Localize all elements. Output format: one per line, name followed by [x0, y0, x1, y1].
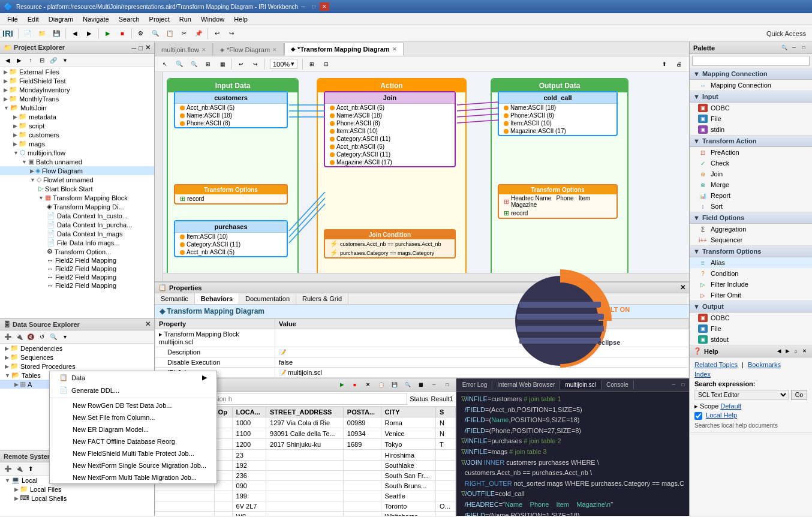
toolbar-btn-8[interactable]: ✂: [178, 27, 191, 40]
palette-item-merge[interactable]: ⊗ Merge: [690, 179, 812, 190]
ctx-fieldshield[interactable]: New FieldShield Multi Table Protect Job.…: [50, 447, 216, 459]
menu-navigate[interactable]: Navigate: [78, 14, 113, 24]
palette-item-check[interactable]: ✓ Check: [690, 158, 812, 169]
tree-expand-flowlet[interactable]: ▼: [30, 177, 35, 183]
project-tree[interactable]: ▶ 📁 External Files ▶ 📁 FieldShield Test …: [0, 67, 154, 318]
tree-start-block[interactable]: ▷ Start Block Start: [0, 184, 154, 193]
join-condition-box[interactable]: Join Condition ⚡customers.Acct_nb == pur…: [324, 229, 456, 258]
tree-expand-flow-diag[interactable]: ▶: [30, 168, 34, 174]
tree-local-files[interactable]: ▶ 📁 Local Files: [0, 485, 154, 494]
ctx-rowgen[interactable]: New RowGen DB Test Data Job...: [50, 399, 216, 411]
project-explorer-maximize[interactable]: □: [139, 44, 143, 52]
palette-minimize-btn[interactable]: ─: [789, 43, 799, 53]
ctx-er-diagram[interactable]: New ER Diagram Model...: [50, 423, 216, 435]
palette-item-file-in[interactable]: ▣ File: [690, 113, 812, 124]
palette-item-stdout[interactable]: ▣ stdout: [690, 334, 812, 345]
save-button[interactable]: 💾: [50, 27, 63, 40]
pe-forward-btn[interactable]: ▶: [14, 55, 25, 66]
ctx-nextform-single[interactable]: New NextForm Single Source Migration Job…: [50, 459, 216, 471]
close-button[interactable]: ✕: [320, 2, 329, 11]
tree-expand-monday[interactable]: ▶: [4, 87, 8, 93]
tree-expand-flow[interactable]: ▼: [13, 150, 19, 156]
tree-monthly[interactable]: ▶ 📁 MonthlyTrans: [0, 94, 154, 103]
tree-customers[interactable]: ▶ 📁 customers: [0, 130, 154, 139]
help-home[interactable]: ⌂: [792, 347, 800, 356]
help-back[interactable]: ◀: [775, 347, 783, 356]
tree-data-context-3[interactable]: 📄 Data Context In_mags: [0, 229, 154, 238]
ds-refresh-btn[interactable]: ↺: [37, 332, 47, 342]
project-explorer-minimize[interactable]: ─: [132, 44, 137, 52]
tree-expand-mags[interactable]: ▶: [13, 141, 17, 147]
palette-mapping-header[interactable]: ▼ Mapping Connection: [690, 68, 812, 80]
toolbar-btn-6[interactable]: 🔍: [149, 27, 162, 40]
diagram-scroll-v[interactable]: [155, 72, 163, 281]
zoom-control[interactable]: 100% ▾: [270, 59, 297, 69]
toolbar-btn-7[interactable]: 📋: [163, 27, 176, 40]
tree-expand-script[interactable]: ▶: [13, 123, 17, 129]
help-local-checkbox[interactable]: [694, 412, 702, 420]
tree-expand-external[interactable]: ▶: [4, 69, 8, 75]
tree-metadata[interactable]: ▶ 📁 metadata: [0, 112, 154, 121]
tree-flowlet[interactable]: ▼ ◇ Flowlet unnamed: [0, 175, 154, 184]
tab-flow-close[interactable]: ✕: [272, 47, 277, 53]
help-go-button[interactable]: Go: [791, 390, 807, 400]
help-local-area[interactable]: Local Help: [694, 411, 807, 420]
back-button[interactable]: ◀: [68, 27, 82, 40]
palette-item-filter-include[interactable]: ▷ Filter Include: [690, 279, 812, 290]
ctx-data[interactable]: 📋 Data ▶: [50, 371, 216, 384]
tree-transform-block[interactable]: ▼ ▦ Transform Mapping Block: [0, 193, 154, 202]
sql-row-9[interactable]: 6V 2L7 Toronto O...: [155, 501, 456, 512]
tree-field-map-4[interactable]: ↔ Field2 Field Mapping: [0, 281, 154, 290]
tree-local-shells[interactable]: ▶ ⌨ Local Shells: [0, 494, 154, 503]
help-related-link[interactable]: Related Topics: [694, 361, 738, 368]
palette-field-header[interactable]: ▼ Field Options: [690, 212, 812, 224]
diag-print[interactable]: 🖨: [672, 58, 685, 71]
tree-sequences[interactable]: ▶ 📁 Sequences: [0, 353, 154, 362]
sql-copy-btn[interactable]: 📋: [377, 380, 386, 390]
help-index-area[interactable]: Index: [694, 371, 807, 378]
palette-item-sort[interactable]: ↕ Sort: [690, 201, 812, 212]
maximize-button[interactable]: □: [309, 2, 318, 11]
diag-undo[interactable]: ↩: [234, 58, 248, 71]
diag-zoom-in[interactable]: 🔍: [173, 58, 186, 71]
tree-multijoin-flow[interactable]: ▼ ⬡ multijoin.flow: [0, 148, 154, 157]
ds-close[interactable]: ✕: [145, 320, 151, 328]
tab-transform-close[interactable]: ✕: [392, 46, 397, 52]
pe-collapse-btn[interactable]: ⊟: [37, 55, 47, 66]
tab-multijoin-flow[interactable]: multijoin.flow ✕: [155, 43, 213, 56]
help-search-type[interactable]: SCL Text Editor: [694, 390, 789, 400]
toolbar-btn-9[interactable]: 📌: [192, 27, 205, 40]
pe-link-btn[interactable]: 🔗: [48, 55, 59, 66]
sql-close-btn[interactable]: ─: [429, 380, 439, 390]
props-tab-rulers[interactable]: Rulers & Grid: [296, 293, 348, 304]
palette-item-alias[interactable]: ≡ Alias: [690, 257, 812, 268]
props-tab-documentation[interactable]: Documentation: [239, 293, 296, 304]
tree-flow-diagram[interactable]: ▶ ◈ Flow Diagram: [0, 166, 154, 175]
remote-btn-1[interactable]: ➕: [2, 464, 13, 474]
help-local-link[interactable]: Local Help: [706, 411, 737, 419]
help-index-link[interactable]: Index: [694, 371, 711, 378]
cold-call-box[interactable]: cold_call Name:ASCII (18) Phone:ASCII (8…: [498, 91, 618, 136]
log-tab-browser[interactable]: Internal Web Browser: [492, 380, 560, 389]
props-tab-semantic[interactable]: Semantic: [155, 293, 195, 304]
menu-edit[interactable]: Edit: [23, 14, 44, 24]
menu-project[interactable]: Project: [145, 14, 175, 24]
palette-transform-header[interactable]: ▼ Transform Action: [690, 136, 812, 147]
ds-connect-btn[interactable]: 🔌: [14, 332, 25, 342]
palette-item-odbc-out[interactable]: ▣ ODBC: [690, 312, 812, 323]
log-tab-console[interactable]: Console: [602, 380, 634, 389]
palette-item-filter-omit[interactable]: ▷ Filter Omit: [690, 290, 812, 300]
props-row-2[interactable]: Description 📝: [155, 347, 689, 357]
menu-diagram[interactable]: Diagram: [44, 14, 79, 24]
tree-expand-metadata[interactable]: ▶: [13, 114, 17, 120]
log-minimize[interactable]: ─: [669, 380, 678, 390]
tree-expand-transform[interactable]: ▼: [38, 195, 44, 201]
sql-run-btn[interactable]: ▶: [337, 380, 347, 390]
menu-search[interactable]: Search: [114, 14, 145, 24]
tree-mags[interactable]: ▶ 📁 mags: [0, 139, 154, 148]
palette-item-mapping-connection[interactable]: ↔ Mapping Connection: [690, 80, 812, 91]
diag-select[interactable]: ↖: [158, 58, 172, 71]
tree-expand-monthly[interactable]: ▶: [4, 96, 8, 102]
props-tab-behaviors[interactable]: Behaviors: [195, 293, 239, 304]
ctx-set-file[interactable]: New Set File from Column...: [50, 411, 216, 423]
